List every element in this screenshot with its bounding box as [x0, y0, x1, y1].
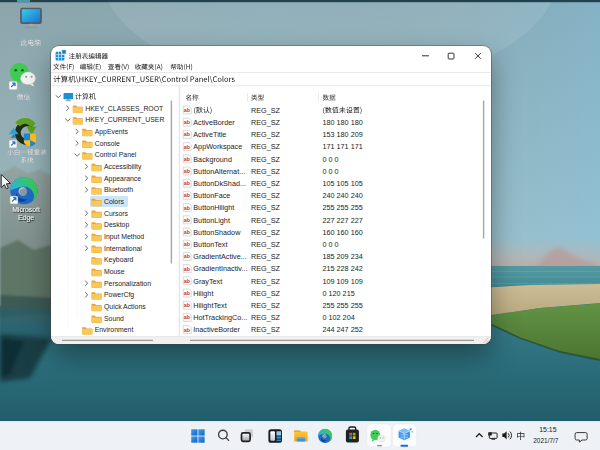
- svg-text:0 120 215: 0 120 215: [322, 288, 354, 297]
- svg-text:REG_SZ: REG_SZ: [251, 215, 281, 224]
- svg-text:ActiveTitle: ActiveTitle: [193, 130, 226, 139]
- svg-text:215 228 242: 215 228 242: [322, 264, 362, 273]
- svg-text:15:15: 15:15: [539, 426, 556, 433]
- svg-text:REG_SZ: REG_SZ: [251, 191, 281, 200]
- svg-text:Input Method: Input Method: [104, 233, 144, 241]
- svg-text:ab: ab: [184, 168, 191, 174]
- svg-text:105 105 105: 105 105 105: [322, 178, 362, 187]
- svg-text:Edge: Edge: [18, 214, 34, 222]
- svg-text:ab: ab: [184, 265, 191, 271]
- svg-text:ab: ab: [184, 119, 191, 125]
- svg-text:ab: ab: [184, 180, 191, 186]
- svg-text:PowerCfg: PowerCfg: [104, 291, 134, 299]
- svg-text:0 102 204: 0 102 204: [322, 313, 354, 322]
- svg-text:0 0 0: 0 0 0: [322, 166, 338, 175]
- svg-text:185 209 234: 185 209 234: [322, 252, 362, 261]
- svg-text:160 160 160: 160 160 160: [322, 227, 362, 236]
- svg-text:180 180 180: 180 180 180: [322, 117, 362, 126]
- svg-text:Microsoft: Microsoft: [12, 206, 40, 213]
- svg-text:ab: ab: [184, 290, 191, 296]
- svg-text:Quick Actions: Quick Actions: [104, 303, 146, 311]
- svg-text:ButtonText: ButtonText: [193, 239, 227, 248]
- svg-text:171 171 171: 171 171 171: [322, 142, 362, 151]
- svg-text:ActiveBorder: ActiveBorder: [193, 117, 235, 126]
- svg-text:255 255 255: 255 255 255: [322, 203, 362, 212]
- svg-text:227 227 227: 227 227 227: [322, 215, 362, 224]
- svg-text:ab: ab: [184, 314, 191, 320]
- svg-text:Keyboard: Keyboard: [104, 256, 134, 264]
- svg-text:ButtonAlternat...: ButtonAlternat...: [193, 166, 245, 175]
- svg-text:Background: Background: [193, 154, 232, 163]
- svg-text:244 247 252: 244 247 252: [322, 325, 362, 334]
- svg-text:GradientInactiv...: GradientInactiv...: [193, 264, 247, 273]
- svg-text:Desktop: Desktop: [104, 221, 129, 229]
- svg-text:ab: ab: [184, 143, 191, 149]
- svg-text:ab: ab: [184, 241, 191, 247]
- svg-text:ButtonFace: ButtonFace: [193, 191, 230, 200]
- svg-text:REG_SZ: REG_SZ: [251, 166, 281, 175]
- svg-text:ab: ab: [184, 253, 191, 259]
- svg-text:REG_SZ: REG_SZ: [251, 276, 281, 285]
- svg-text:Control Panel: Control Panel: [95, 151, 137, 158]
- svg-text:REG_SZ: REG_SZ: [251, 105, 281, 114]
- svg-text:REG_SZ: REG_SZ: [251, 117, 281, 126]
- svg-text:Mouse: Mouse: [104, 268, 125, 275]
- svg-text:AppWorkspace: AppWorkspace: [193, 142, 242, 151]
- svg-text:240 240 240: 240 240 240: [322, 191, 362, 200]
- svg-text:Appearance: Appearance: [104, 174, 141, 182]
- svg-text:REG_SZ: REG_SZ: [251, 178, 281, 187]
- svg-text:Hilight: Hilight: [193, 288, 213, 297]
- svg-text:0 0 0: 0 0 0: [322, 239, 338, 248]
- svg-text:REG_SZ: REG_SZ: [251, 300, 281, 309]
- svg-text:ButtonLight: ButtonLight: [193, 215, 230, 224]
- svg-text:ab: ab: [184, 216, 191, 222]
- svg-text:InactiveBorder: InactiveBorder: [193, 325, 240, 334]
- svg-text:REG_SZ: REG_SZ: [251, 154, 281, 163]
- svg-text:REG_SZ: REG_SZ: [251, 227, 281, 236]
- svg-text:REG_SZ: REG_SZ: [251, 288, 281, 297]
- svg-text:255 255 255: 255 255 255: [322, 300, 362, 309]
- svg-text:Accessibility: Accessibility: [104, 163, 142, 171]
- svg-text:ButtonShadow: ButtonShadow: [193, 227, 241, 236]
- svg-text:ab: ab: [184, 204, 191, 210]
- svg-text:ab: ab: [184, 155, 191, 161]
- svg-text:REG_SZ: REG_SZ: [251, 264, 281, 273]
- svg-text:REG_SZ: REG_SZ: [251, 130, 281, 139]
- svg-text:ab: ab: [184, 229, 191, 235]
- svg-text:Personalization: Personalization: [104, 279, 151, 286]
- svg-text:REG_SZ: REG_SZ: [251, 252, 281, 261]
- svg-text:Bluetooth: Bluetooth: [104, 186, 133, 193]
- svg-text:Console: Console: [95, 139, 120, 146]
- svg-text:Cursors: Cursors: [104, 209, 129, 216]
- svg-text:0 0 0: 0 0 0: [322, 154, 338, 163]
- svg-text:Sound: Sound: [104, 314, 124, 321]
- svg-text:HilightText: HilightText: [193, 300, 226, 309]
- svg-text:ab: ab: [184, 192, 191, 198]
- svg-text:AppEvents: AppEvents: [95, 128, 129, 136]
- svg-text:109 109 109: 109 109 109: [322, 276, 362, 285]
- svg-text:HKEY_CURRENT_USER: HKEY_CURRENT_USER: [85, 116, 164, 124]
- svg-text:ab: ab: [184, 302, 191, 308]
- svg-text:REG_SZ: REG_SZ: [251, 325, 281, 334]
- svg-text:ButtonDkShad...: ButtonDkShad...: [193, 178, 246, 187]
- svg-text:2021/7/7: 2021/7/7: [533, 437, 559, 444]
- svg-text:ab: ab: [184, 277, 191, 283]
- svg-text:HKEY_CLASSES_ROOT: HKEY_CLASSES_ROOT: [85, 104, 164, 112]
- svg-text:HotTrackingCo...: HotTrackingCo...: [193, 313, 247, 322]
- svg-text:REG_SZ: REG_SZ: [251, 313, 281, 322]
- svg-text:GradientActive...: GradientActive...: [193, 252, 246, 261]
- svg-text:153 180 209: 153 180 209: [322, 130, 362, 139]
- svg-text:Colors: Colors: [104, 198, 124, 205]
- svg-text:ab: ab: [184, 131, 191, 137]
- svg-text:ab: ab: [184, 107, 191, 113]
- svg-text:ButtonHilight: ButtonHilight: [193, 203, 234, 212]
- svg-text:REG_SZ: REG_SZ: [251, 142, 281, 151]
- svg-text:REG_SZ: REG_SZ: [251, 203, 281, 212]
- svg-text:REG_SZ: REG_SZ: [251, 239, 281, 248]
- svg-text:GrayText: GrayText: [193, 276, 222, 285]
- svg-text:ab: ab: [184, 326, 191, 332]
- svg-text:International: International: [104, 244, 142, 251]
- svg-text:Environment: Environment: [95, 326, 134, 333]
